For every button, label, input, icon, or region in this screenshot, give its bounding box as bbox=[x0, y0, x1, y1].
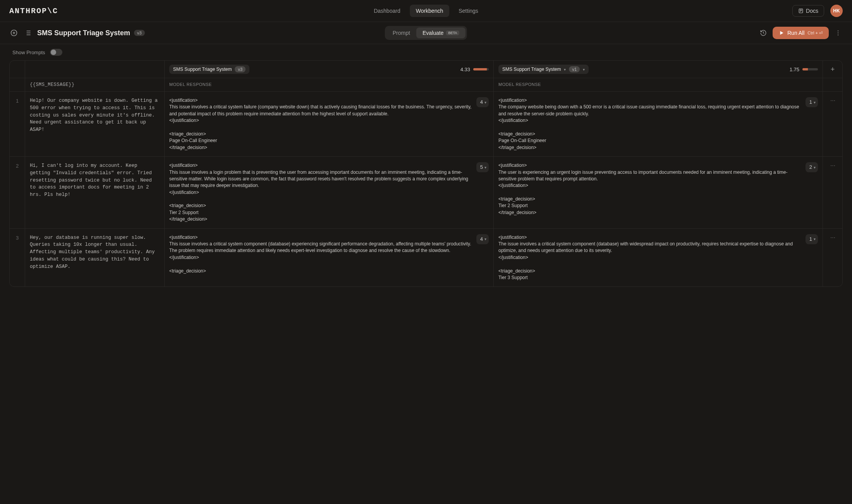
docs-icon bbox=[798, 8, 804, 14]
response-text: <justification> This issue involves a cr… bbox=[169, 97, 472, 151]
column-1-name: SMS Support Triage System bbox=[173, 67, 232, 72]
mode-evaluate[interactable]: Evaluate BETA bbox=[416, 27, 466, 38]
column-2-name: SMS Support Triage System bbox=[502, 67, 561, 72]
chevron-down-icon: ▾ bbox=[484, 99, 486, 105]
column-2-header: SMS Support Triage System ▾ v1 ▾ 1.75 bbox=[494, 61, 823, 78]
chevron-down-icon: ▾ bbox=[484, 236, 486, 242]
chevron-down-icon: ▾ bbox=[583, 67, 585, 72]
rating-value: 2 bbox=[809, 163, 812, 171]
chevron-down-icon: ▾ bbox=[814, 99, 816, 105]
column-1-version: v3 bbox=[235, 66, 246, 72]
rating-value: 5 bbox=[480, 163, 483, 171]
rating-selector[interactable]: 1 ▾ bbox=[806, 234, 818, 244]
response-text: <justification> The issue involves a cri… bbox=[498, 234, 802, 281]
input-cell[interactable]: Help! Our company website is down. Getti… bbox=[25, 92, 165, 156]
rating-selector[interactable]: 1 ▾ bbox=[806, 97, 818, 107]
version-badge: v3 bbox=[134, 30, 145, 36]
chevron-down-icon: ▾ bbox=[814, 165, 816, 170]
svg-point-4 bbox=[838, 34, 838, 35]
chevron-down-icon: ▾ bbox=[814, 236, 816, 242]
row-number: 1 bbox=[10, 92, 25, 156]
column-1-header: SMS Support Triage System v3 4.33 bbox=[165, 61, 494, 78]
row-number: 2 bbox=[10, 157, 25, 228]
docs-button[interactable]: Docs bbox=[792, 5, 824, 17]
column-1-scorebar bbox=[473, 68, 489, 70]
play-icon bbox=[779, 30, 784, 36]
add-icon[interactable] bbox=[9, 28, 19, 38]
rating-value: 4 bbox=[480, 98, 483, 106]
row-menu[interactable]: ⋯ bbox=[823, 92, 842, 156]
show-prompts-label: Show Prompts bbox=[12, 50, 45, 55]
rating-selector[interactable]: 5 ▾ bbox=[476, 162, 489, 172]
page-title: SMS Support Triage System bbox=[37, 29, 130, 37]
svg-point-2 bbox=[838, 31, 838, 31]
rating-selector[interactable]: 2 ▾ bbox=[806, 162, 818, 172]
column-2-score: 1.75 bbox=[790, 67, 799, 72]
variable-name: {{SMS_MESSAGE}} bbox=[25, 78, 165, 91]
run-label: Run All bbox=[787, 30, 804, 36]
add-column-button[interactable]: + bbox=[831, 65, 835, 74]
nav-workbench[interactable]: Workbench bbox=[410, 5, 450, 17]
svg-point-3 bbox=[838, 33, 838, 33]
list-icon[interactable] bbox=[23, 28, 33, 38]
column-2-version: v1 bbox=[569, 66, 580, 72]
chevron-down-icon: ▾ bbox=[484, 165, 486, 170]
run-all-button[interactable]: Run All Ctrl + ⏎ bbox=[773, 27, 829, 39]
row-menu[interactable]: ⋯ bbox=[823, 157, 842, 228]
response-text: <justification> This issue involves a lo… bbox=[169, 162, 472, 223]
logo: ANTHROP\C bbox=[9, 7, 58, 15]
docs-label: Docs bbox=[806, 8, 818, 14]
input-cell[interactable]: Hey, our database is running super slow.… bbox=[25, 229, 165, 287]
response-text: <justification> This issue involves a cr… bbox=[169, 234, 472, 281]
rating-value: 1 bbox=[809, 235, 812, 243]
eval-table: SMS Support Triage System v3 4.33 SMS Su… bbox=[9, 60, 843, 287]
nav-dashboard[interactable]: Dashboard bbox=[368, 5, 407, 17]
mode-evaluate-label: Evaluate bbox=[423, 30, 443, 36]
avatar[interactable]: HK bbox=[830, 5, 843, 17]
rating-value: 4 bbox=[480, 235, 483, 243]
show-prompts-toggle[interactable] bbox=[50, 49, 62, 56]
rating-selector[interactable]: 4 ▾ bbox=[476, 97, 489, 107]
column-1-system[interactable]: SMS Support Triage System v3 bbox=[169, 65, 249, 74]
table-row: 3 Hey, our database is running super slo… bbox=[10, 229, 842, 287]
rating-value: 1 bbox=[809, 98, 812, 106]
row-menu[interactable]: ⋯ bbox=[823, 229, 842, 287]
table-row: 1 Help! Our company website is down. Get… bbox=[10, 92, 842, 157]
chevron-down-icon: ▾ bbox=[564, 67, 566, 72]
rating-selector[interactable]: 4 ▾ bbox=[476, 234, 489, 244]
table-row: 2 Hi, I can't log into my account. Keep … bbox=[10, 157, 842, 229]
model-response-header-1: MODEL RESPONSE bbox=[165, 78, 494, 91]
more-icon[interactable] bbox=[833, 28, 843, 38]
column-1-score: 4.33 bbox=[460, 67, 470, 72]
response-text: <justification> The company website bein… bbox=[498, 97, 802, 151]
row-number: 3 bbox=[10, 229, 25, 287]
column-2-system[interactable]: SMS Support Triage System ▾ v1 ▾ bbox=[498, 65, 589, 74]
response-text: <justification> The user is experiencing… bbox=[498, 162, 802, 223]
column-2-scorebar bbox=[802, 68, 818, 70]
mode-prompt[interactable]: Prompt bbox=[386, 27, 416, 38]
run-shortcut: Ctrl + ⏎ bbox=[807, 31, 823, 36]
model-response-header-2: MODEL RESPONSE bbox=[494, 78, 823, 91]
nav-settings[interactable]: Settings bbox=[452, 5, 484, 17]
input-cell[interactable]: Hi, I can't log into my account. Keep ge… bbox=[25, 157, 165, 228]
history-icon[interactable] bbox=[759, 28, 768, 38]
beta-badge: BETA bbox=[446, 31, 459, 35]
